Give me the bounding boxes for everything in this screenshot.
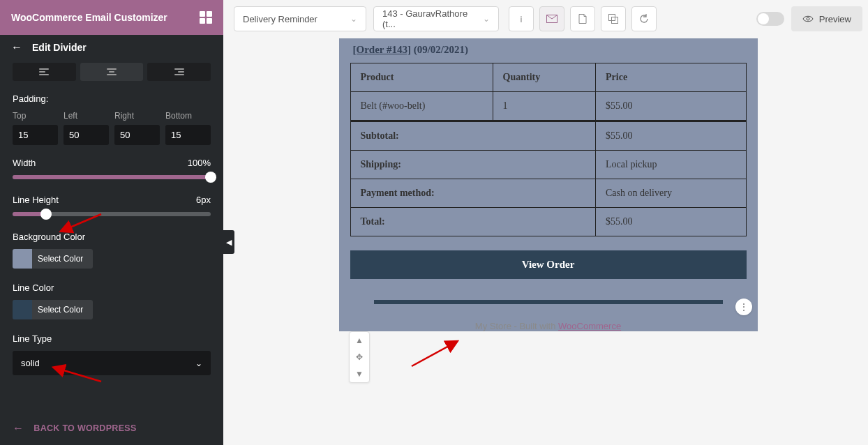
email-footer: My Store - Built with WooCommerce [339, 321, 758, 331]
view-order-button[interactable]: View Order [350, 250, 747, 279]
width-label: Width [13, 158, 36, 168]
align-center-button[interactable] [80, 63, 144, 81]
padding-bottom-input[interactable] [165, 125, 211, 145]
table-row: Belt (#woo-belt) 1 $55.00 [350, 92, 746, 121]
padding-top-label: Top [13, 111, 58, 121]
padding-left-label: Left [63, 111, 109, 121]
divider-block[interactable]: ⋮ [339, 294, 758, 310]
padding-label: Padding: [13, 93, 211, 104]
reset-icon [639, 14, 649, 24]
padding-grid: Top Left Right Bottom [13, 111, 211, 145]
move-down-button[interactable]: ▼ [350, 365, 369, 382]
mail-icon-button[interactable] [539, 6, 564, 31]
preview-toggle[interactable] [756, 12, 784, 26]
align-right-icon [174, 68, 184, 75]
panel-footer[interactable]: ← BACK TO WORDPRESS [0, 412, 223, 445]
sidebar: WooCommerce Email Customizer ← Edit Divi… [0, 0, 223, 445]
toggle-knob [758, 13, 769, 24]
order-link[interactable]: [Order #143] [353, 44, 411, 55]
order-heading: [Order #143] (09/02/2021) [350, 38, 747, 63]
brand-bar: WooCommerce Email Customizer [0, 0, 223, 35]
order-select-value: 143 - GauravRathore (t... [382, 8, 483, 29]
preview-button[interactable]: Preview [791, 6, 862, 31]
order-select[interactable]: 143 - GauravRathore (t... ⌄ [373, 6, 499, 31]
align-right-button[interactable] [147, 63, 211, 81]
eye-icon [802, 15, 814, 23]
email-preview: [Order #143] (09/02/2021) Product Quanti… [339, 38, 758, 331]
bg-color-button-text: Select Color [38, 254, 93, 264]
bg-color-picker[interactable]: Select Color [13, 249, 93, 269]
shipping-label: Shipping: [350, 151, 596, 179]
bg-color-swatch [13, 249, 32, 269]
padding-right-label: Right [114, 111, 160, 121]
template-select-value: Delivery Reminder [243, 14, 317, 24]
table-row: Shipping: Local pickup [350, 151, 746, 179]
footer-prefix: My Store - Built with [475, 321, 558, 331]
table-row: Subtotal: $55.00 [350, 121, 746, 151]
copy-icon [608, 14, 618, 24]
svg-point-3 [807, 17, 809, 20]
line-color-picker[interactable]: Select Color [13, 300, 93, 319]
order-table: Product Quantity Price Belt (#woo-belt) … [350, 63, 747, 236]
shipping-value: Local pickup [596, 151, 746, 179]
bg-color-label: Background Color [13, 232, 211, 242]
line-color-label: Line Color [13, 282, 211, 293]
top-toolbar: Delivery Reminder ⌄ 143 - GauravRathore … [234, 6, 862, 32]
table-row: Payment method: Cash on delivery [350, 179, 746, 208]
chevron-down-icon: ⌄ [195, 359, 202, 368]
align-center-icon [107, 68, 117, 75]
line-color-swatch [13, 300, 32, 319]
subtotal-label: Subtotal: [350, 121, 596, 151]
apps-grid-icon[interactable] [200, 11, 212, 24]
back-to-wordpress-link: BACK TO WORDPRESS [33, 423, 136, 433]
block-move-controls: ▲ ✥ ▼ [349, 331, 370, 383]
info-icon-button[interactable]: i [509, 6, 534, 31]
col-price: Price [596, 63, 746, 92]
reset-icon-button[interactable] [631, 6, 657, 31]
padding-bottom-label: Bottom [165, 111, 211, 121]
line-height-label: Line Height [13, 195, 59, 205]
file-icon [578, 14, 587, 24]
divider-line [374, 300, 723, 304]
width-slider-handle[interactable] [205, 172, 216, 183]
width-value: 100% [188, 158, 211, 168]
collapse-sidebar-notch[interactable]: ◀ [223, 230, 234, 254]
line-color-button-text: Select Color [38, 305, 93, 315]
email-canvas: [Order #143] (09/02/2021) Product Quanti… [234, 38, 862, 445]
line-type-select[interactable]: solid ⌄ [13, 351, 211, 375]
template-select[interactable]: Delivery Reminder ⌄ [234, 6, 366, 31]
back-to-wp-arrow-icon: ← [13, 422, 24, 435]
chevron-down-icon: ⌄ [483, 14, 490, 24]
line-height-slider-handle[interactable] [40, 209, 52, 220]
col-product: Product [350, 63, 493, 92]
line-height-slider[interactable] [13, 212, 211, 216]
block-options-button[interactable]: ⋮ [735, 299, 752, 315]
item-price: $55.00 [596, 92, 746, 121]
padding-left-input[interactable] [63, 125, 109, 145]
preview-button-label: Preview [819, 14, 851, 24]
payment-label: Payment method: [350, 179, 596, 208]
alignment-row [13, 63, 211, 81]
copy-icon-button[interactable] [601, 6, 626, 31]
col-quantity: Quantity [493, 63, 595, 92]
item-name: Belt (#woo-belt) [350, 92, 493, 121]
brand-title: WooCommerce Email Customizer [11, 12, 167, 23]
back-arrow-icon[interactable]: ← [11, 41, 22, 54]
drag-handle[interactable]: ✥ [350, 349, 369, 365]
move-up-button[interactable]: ▲ [350, 332, 369, 349]
panel-body: Padding: Top Left Right Bottom Width 100… [0, 60, 223, 412]
total-value: $55.00 [596, 208, 746, 236]
payment-value: Cash on delivery [596, 179, 746, 208]
chevron-down-icon: ⌄ [350, 14, 357, 24]
file-icon-button[interactable] [570, 6, 595, 31]
panel-header: ← Edit Divider [0, 35, 223, 60]
item-qty: 1 [493, 92, 595, 121]
padding-right-input[interactable] [114, 125, 160, 145]
order-date: (09/02/2021) [414, 44, 468, 55]
padding-top-input[interactable] [13, 125, 58, 145]
panel-title: Edit Divider [32, 42, 87, 53]
footer-woocommerce-link[interactable]: WooCommerce [558, 321, 621, 331]
align-left-button[interactable] [13, 63, 76, 81]
line-type-label: Line Type [13, 333, 211, 344]
width-slider[interactable] [13, 175, 211, 179]
